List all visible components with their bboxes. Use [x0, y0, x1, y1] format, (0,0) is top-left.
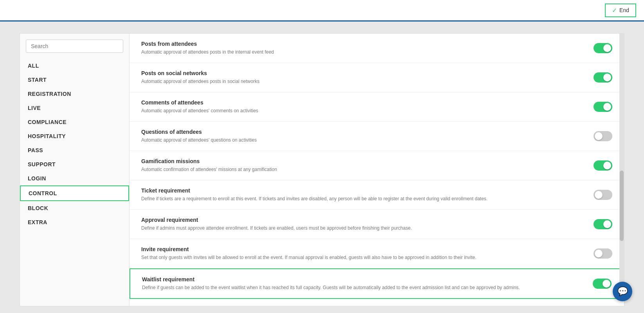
sidebar-search-wrapper [26, 40, 123, 53]
toggle-slider-gamification-missions [594, 160, 612, 171]
toggle-slider-approval-requirement [594, 219, 612, 229]
setting-desc-posts-on-social: Automatic approval of attendees posts in… [141, 78, 582, 85]
setting-row-posts-on-social: Posts on social networksAutomatic approv… [130, 63, 624, 92]
sidebar-item-pass[interactable]: PASS [20, 143, 129, 157]
sidebar-item-all[interactable]: ALL [20, 59, 129, 73]
end-button[interactable]: ✓ End [605, 4, 636, 17]
setting-text-waitlist-requirement: Waitlist requirementDefine if guests can… [142, 276, 593, 291]
setting-row-waitlist-requirement: Waitlist requirementDefine if guests can… [130, 268, 624, 299]
content-scroll[interactable]: Posts from attendeesAutomatic approval o… [130, 34, 624, 306]
setting-desc-waitlist-requirement: Define if guests can be added to the eve… [142, 284, 581, 291]
content-area: Posts from attendeesAutomatic approval o… [130, 34, 624, 306]
setting-title-waitlist-requirement: Waitlist requirement [142, 276, 581, 282]
setting-desc-comments-of-attendees: Automatic approval of attendees' comment… [141, 107, 582, 114]
setting-title-questions-of-attendees: Questions of attendees [141, 129, 582, 135]
setting-title-posts-from-attendees: Posts from attendees [141, 41, 582, 47]
setting-title-gamification-missions: Gamification missions [141, 158, 582, 164]
setting-text-approval-requirement: Approval requirementDefine if admins mus… [141, 217, 594, 232]
sidebar: ALL START REGISTRATION LIVE COMPLIANCE H… [20, 34, 130, 306]
toggle-approval-requirement[interactable] [594, 219, 612, 229]
toggle-comments-of-attendees[interactable] [594, 102, 612, 112]
setting-row-questions-of-attendees: Questions of attendeesAutomatic approval… [130, 122, 624, 151]
toggle-knob-posts-on-social [603, 74, 611, 81]
setting-text-ticket-requirement: Ticket requirementDefine if tickets are … [141, 187, 594, 202]
check-icon: ✓ [612, 7, 617, 14]
toggle-slider-invite-requirement [594, 248, 612, 259]
setting-desc-approval-requirement: Define if admins must approve attendee e… [141, 225, 582, 232]
toggle-questions-of-attendees[interactable] [594, 131, 612, 141]
main-container: ALL START REGISTRATION LIVE COMPLIANCE H… [20, 33, 624, 306]
setting-row-posts-from-attendees: Posts from attendeesAutomatic approval o… [130, 34, 624, 63]
toggle-posts-from-attendees[interactable] [594, 43, 612, 53]
toggle-knob-ticket-requirement [595, 191, 603, 199]
toggle-knob-approval-requirement [603, 220, 611, 228]
sidebar-item-control[interactable]: CONTROL [20, 185, 129, 201]
top-bar: ✓ End [0, 0, 644, 22]
vertical-scrollbar[interactable] [619, 34, 624, 299]
toggle-knob-questions-of-attendees [595, 132, 603, 140]
sidebar-item-login[interactable]: LOGIN [20, 171, 129, 185]
end-label: End [619, 7, 629, 13]
setting-row-invite-requirement: Invite requirementSet that only guests w… [130, 239, 624, 268]
sidebar-item-block[interactable]: BLOCK [20, 201, 129, 215]
toggle-knob-gamification-missions [603, 162, 611, 169]
sidebar-item-registration[interactable]: REGISTRATION [20, 87, 129, 101]
toggle-knob-waitlist-requirement [603, 280, 610, 288]
chat-button[interactable]: 💬 [613, 282, 632, 301]
sidebar-item-hospitality[interactable]: HOSPITALITY [20, 129, 129, 143]
toggle-slider-waitlist-requirement [593, 279, 612, 289]
setting-text-questions-of-attendees: Questions of attendeesAutomatic approval… [141, 129, 594, 144]
setting-title-invite-requirement: Invite requirement [141, 246, 582, 252]
toggle-posts-on-social[interactable] [594, 72, 612, 83]
toggle-knob-invite-requirement [595, 250, 603, 257]
setting-text-posts-on-social: Posts on social networksAutomatic approv… [141, 70, 594, 85]
setting-desc-ticket-requirement: Define if tickets are a requirement to e… [141, 195, 582, 202]
toggle-invite-requirement[interactable] [594, 248, 612, 259]
scrollbar-thumb [620, 171, 624, 241]
toggle-knob-comments-of-attendees [603, 103, 611, 111]
setting-title-approval-requirement: Approval requirement [141, 217, 582, 223]
toggle-slider-ticket-requirement [594, 190, 612, 200]
setting-text-posts-from-attendees: Posts from attendeesAutomatic approval o… [141, 41, 594, 56]
toggle-slider-comments-of-attendees [594, 102, 612, 112]
sidebar-item-start[interactable]: START [20, 73, 129, 87]
toggle-slider-posts-from-attendees [594, 43, 612, 53]
search-input[interactable] [26, 40, 123, 53]
setting-row-comments-of-attendees: Comments of attendeesAutomatic approval … [130, 92, 624, 122]
toggle-ticket-requirement[interactable] [594, 190, 612, 200]
chat-icon: 💬 [617, 286, 628, 297]
sidebar-item-support[interactable]: SUPPORT [20, 157, 129, 171]
setting-row-approval-requirement: Approval requirementDefine if admins mus… [130, 210, 624, 239]
setting-text-invite-requirement: Invite requirementSet that only guests w… [141, 246, 594, 261]
toggle-slider-questions-of-attendees [594, 131, 612, 141]
sidebar-item-extra[interactable]: EXTRA [20, 215, 129, 229]
toggle-waitlist-requirement[interactable] [593, 279, 612, 289]
toggle-gamification-missions[interactable] [594, 160, 612, 171]
sidebar-item-compliance[interactable]: COMPLIANCE [20, 115, 129, 129]
setting-row-ticket-requirement: Ticket requirementDefine if tickets are … [130, 180, 624, 210]
sidebar-item-live[interactable]: LIVE [20, 101, 129, 115]
setting-row-gamification-missions: Gamification missionsAutomatic confirmat… [130, 151, 624, 180]
setting-title-posts-on-social: Posts on social networks [141, 70, 582, 76]
setting-desc-posts-from-attendees: Automatic approval of attendees posts in… [141, 49, 582, 56]
setting-text-gamification-missions: Gamification missionsAutomatic confirmat… [141, 158, 594, 173]
setting-text-comments-of-attendees: Comments of attendeesAutomatic approval … [141, 99, 594, 114]
toggle-knob-posts-from-attendees [603, 44, 611, 52]
setting-desc-invite-requirement: Set that only guests with invites will b… [141, 254, 582, 261]
toggle-slider-posts-on-social [594, 72, 612, 83]
setting-desc-gamification-missions: Automatic confirmation of attendees' mis… [141, 166, 582, 173]
setting-desc-questions-of-attendees: Automatic approval of attendees' questio… [141, 137, 582, 144]
setting-title-comments-of-attendees: Comments of attendees [141, 99, 582, 106]
setting-title-ticket-requirement: Ticket requirement [141, 187, 582, 194]
